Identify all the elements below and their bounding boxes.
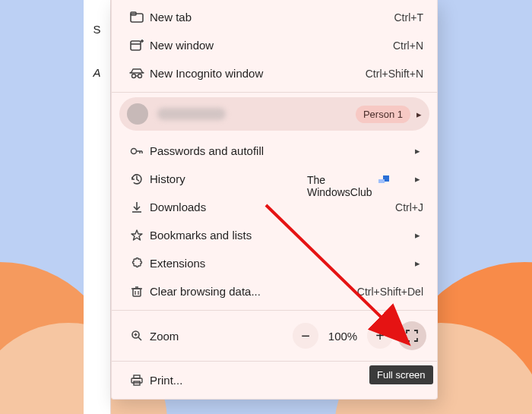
menu-item-shortcut: Ctrl+N: [393, 40, 423, 52]
zoom-value: 100%: [323, 330, 363, 343]
menu-item-label: Downloads: [150, 201, 395, 213]
tooltip-fullscreen: Full screen: [369, 365, 433, 384]
svg-point-7: [138, 74, 142, 77]
menu-item-history[interactable]: History ▸: [112, 165, 437, 193]
menu-item-incognito[interactable]: New Incognito window Ctrl+Shift+N: [112, 59, 437, 87]
zoom-out-button[interactable]: −: [293, 323, 318, 349]
menu-item-bookmarks[interactable]: Bookmarks and lists ▸: [112, 221, 437, 249]
strip-char: A: [93, 66, 100, 79]
menu-item-label: Clear browsing data...: [150, 285, 357, 298]
svg-rect-25: [131, 378, 142, 383]
menu-item-zoom: Zoom − 100% +: [112, 315, 437, 356]
profile-badge: Person 1: [356, 106, 410, 123]
svg-point-6: [132, 74, 136, 77]
chevron-right-icon: ▸: [416, 109, 422, 120]
menu-item-profile[interactable]: Person 1 ▸: [119, 97, 429, 131]
menu-item-label: Zoom: [150, 330, 293, 343]
menu-item-new-tab[interactable]: New tab Ctrl+T: [112, 3, 437, 31]
menu-item-label: New Incognito window: [150, 67, 366, 80]
menu-item-shortcut: Ctrl+J: [395, 201, 423, 213]
menu-item-downloads[interactable]: Downloads Ctrl+J: [112, 193, 437, 221]
svg-point-9: [131, 148, 137, 153]
menu-item-new-window[interactable]: New window Ctrl+N: [112, 31, 437, 59]
profile-name-redacted: [157, 108, 226, 120]
trash-icon: [124, 286, 150, 298]
menu-separator: [112, 361, 437, 362]
history-icon: [124, 172, 150, 186]
avatar: [127, 103, 148, 125]
key-icon: [124, 146, 150, 156]
menu-item-shortcut: Ctrl+T: [394, 11, 424, 24]
printer-icon: [124, 374, 150, 387]
puzzle-icon: [124, 258, 150, 270]
svg-rect-2: [131, 41, 141, 50]
menu-item-shortcut: Ctrl+Shift+N: [366, 68, 423, 80]
strip-char: S: [93, 23, 100, 36]
chevron-right-icon: ▸: [411, 258, 423, 269]
chevron-right-icon: ▸: [411, 229, 423, 241]
window-plus-icon: [124, 40, 150, 52]
menu-item-label: Bookmarks and lists: [150, 229, 407, 242]
menu-separator: [112, 310, 437, 311]
fullscreen-button[interactable]: [397, 321, 426, 350]
menu-item-extensions[interactable]: Extensions ▸: [112, 249, 437, 277]
menu-separator: [112, 92, 437, 93]
incognito-icon: [124, 68, 150, 79]
chrome-main-menu: New tab Ctrl+T New window Ctrl+N New Inc…: [111, 0, 438, 400]
download-icon: [124, 201, 150, 213]
menu-item-clear-data[interactable]: Clear browsing data... Ctrl+Shift+Del: [112, 277, 437, 305]
menu-item-passwords[interactable]: Passwords and autofill ▸: [112, 137, 437, 165]
menu-item-shortcut: Ctrl+Shift+Del: [357, 286, 423, 298]
fullscreen-icon: [406, 330, 418, 342]
tooltip-text: Full screen: [377, 369, 426, 381]
tab-icon: [124, 11, 150, 24]
chevron-right-icon: ▸: [411, 145, 423, 156]
menu-item-label: New tab: [150, 11, 394, 24]
menu-item-label: History: [150, 172, 407, 185]
menu-item-label: Extensions: [150, 257, 407, 270]
menu-item-label: Print...: [150, 374, 394, 387]
star-icon: [124, 229, 150, 242]
plus-icon: +: [375, 327, 385, 345]
zoom-in-button[interactable]: +: [367, 323, 393, 349]
chevron-right-icon: ▸: [411, 173, 423, 185]
menu-item-label: New window: [150, 39, 393, 52]
svg-line-21: [138, 337, 141, 340]
svg-rect-15: [133, 289, 141, 296]
menu-item-label: Passwords and autofill: [150, 144, 407, 157]
page-strip: S A: [84, 0, 111, 414]
magnifier-icon: [124, 330, 150, 342]
minus-icon: −: [301, 327, 310, 345]
